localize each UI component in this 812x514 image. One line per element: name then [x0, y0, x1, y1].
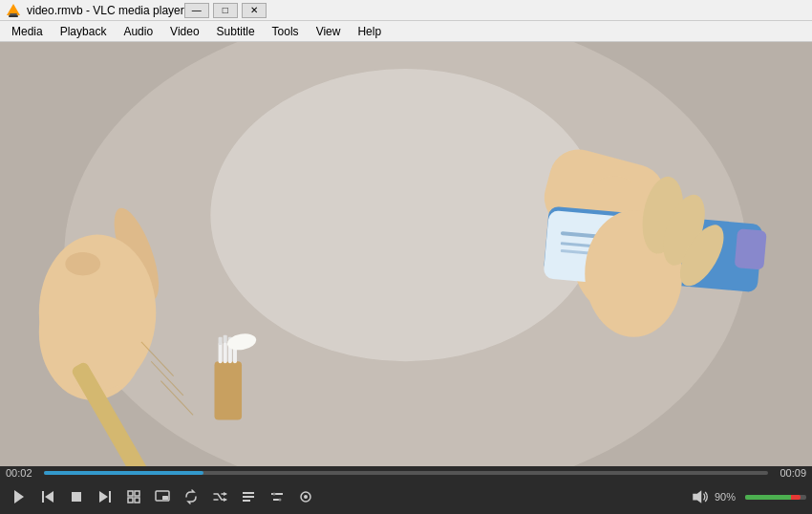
svg-marker-42	[99, 491, 108, 503]
svg-rect-17	[224, 342, 227, 363]
loop-button[interactable]	[178, 483, 204, 510]
menu-subtitle[interactable]: Subtitle	[209, 23, 263, 40]
svg-rect-20	[219, 337, 223, 345]
menu-video[interactable]: Video	[162, 23, 206, 40]
title-bar: video.rmvb - VLC media player — □ ✕	[0, 0, 812, 21]
menu-playback[interactable]: Playback	[53, 23, 115, 40]
svg-marker-50	[224, 498, 227, 502]
menu-audio[interactable]: Audio	[116, 23, 160, 40]
svg-rect-16	[219, 342, 223, 363]
svg-marker-49	[224, 492, 227, 496]
svg-point-59	[304, 495, 308, 499]
svg-rect-21	[224, 335, 227, 343]
vlc-icon	[6, 3, 21, 18]
pip-button[interactable]	[149, 483, 176, 510]
volume-overfill	[791, 495, 801, 500]
minimize-button[interactable]: —	[184, 3, 209, 18]
svg-rect-40	[72, 492, 81, 502]
svg-point-5	[210, 69, 600, 361]
stop-button[interactable]	[63, 483, 90, 510]
play-button[interactable]	[6, 483, 32, 510]
menu-view[interactable]: View	[309, 23, 349, 40]
window-controls: — □ ✕	[184, 3, 267, 18]
playlist-button[interactable]	[235, 483, 262, 510]
svg-marker-60	[693, 490, 701, 503]
volume-fill	[745, 495, 791, 500]
svg-rect-48	[162, 496, 168, 500]
svg-rect-1	[10, 13, 17, 15]
title-text: video.rmvb - VLC media player	[27, 4, 184, 17]
menu-tools[interactable]: Tools	[265, 23, 307, 40]
fullscreen-toggle-button[interactable]	[120, 483, 147, 510]
svg-point-10	[65, 252, 100, 275]
svg-marker-37	[14, 490, 24, 503]
time-elapsed: 00:02	[6, 467, 40, 479]
progress-fill	[44, 471, 203, 475]
random-button[interactable]	[206, 483, 233, 510]
volume-label: 90%	[715, 491, 741, 503]
menu-bar: MediaPlaybackAudioVideoSubtitleToolsView…	[0, 21, 812, 42]
next-button[interactable]	[92, 483, 118, 510]
svg-rect-45	[128, 498, 133, 503]
volume-icon[interactable]	[688, 485, 711, 508]
svg-rect-53	[243, 500, 250, 502]
svg-rect-2	[9, 15, 18, 17]
svg-marker-39	[45, 491, 53, 503]
svg-point-57	[279, 499, 282, 502]
svg-rect-51	[243, 492, 254, 494]
menu-help[interactable]: Help	[350, 23, 389, 40]
extended-settings-button[interactable]	[264, 483, 290, 510]
buttons-row: 90%	[0, 480, 812, 514]
maximize-button[interactable]: □	[213, 3, 238, 18]
time-total: 00:09	[772, 467, 806, 479]
record-button[interactable]	[292, 483, 319, 510]
svg-rect-46	[135, 498, 139, 503]
svg-rect-32	[735, 228, 767, 269]
volume-area: 90%	[688, 485, 806, 508]
svg-rect-15	[214, 361, 242, 419]
svg-rect-44	[135, 491, 139, 496]
svg-rect-52	[243, 496, 254, 498]
svg-point-56	[273, 493, 276, 496]
progress-row: 00:02 00:09	[0, 466, 812, 480]
video-area[interactable]	[0, 42, 812, 466]
progress-track[interactable]	[44, 471, 768, 475]
menu-media[interactable]: Media	[4, 23, 51, 40]
video-frame	[0, 42, 812, 466]
svg-rect-38	[42, 491, 44, 503]
svg-rect-41	[109, 491, 111, 503]
volume-track[interactable]	[745, 495, 806, 500]
close-button[interactable]: ✕	[242, 3, 267, 18]
controls-bar: 00:02 00:09	[0, 466, 812, 514]
svg-rect-43	[128, 491, 133, 496]
prev-button[interactable]	[34, 483, 61, 510]
